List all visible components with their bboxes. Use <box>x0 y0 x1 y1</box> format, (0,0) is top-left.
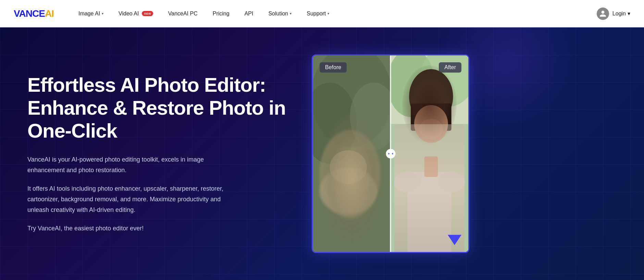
avatar-icon[interactable] <box>597 8 609 20</box>
logo-ai: AI <box>45 8 54 19</box>
divider-handle <box>386 149 395 158</box>
after-image-svg <box>391 55 468 252</box>
nav-item-pricing[interactable]: Pricing <box>205 0 237 27</box>
svg-point-12 <box>409 69 453 124</box>
nav-links: Image AI ▾ Video AI new VanceAI PC Prici… <box>71 0 597 27</box>
nav-label-image-ai: Image AI <box>78 11 100 17</box>
hero-title: Effortless AI Photo Editor: Enhance & Re… <box>27 74 288 142</box>
nav-label-solution: Solution <box>268 11 288 17</box>
divider-line <box>390 55 391 252</box>
svg-marker-21 <box>392 153 393 155</box>
new-badge: new <box>142 11 153 16</box>
before-after-inner: Before After <box>313 55 468 252</box>
nav-item-image-ai[interactable]: Image AI ▾ <box>71 0 111 27</box>
svg-rect-16 <box>407 172 451 252</box>
before-image-svg <box>313 55 391 252</box>
svg-point-19 <box>438 172 465 192</box>
chevron-down-icon: ▾ <box>102 12 103 15</box>
svg-point-15 <box>419 119 443 139</box>
svg-point-18 <box>394 172 421 192</box>
handle-icon <box>388 151 393 156</box>
hero-content: Effortless AI Photo Editor: Enhance & Re… <box>0 27 308 280</box>
hero-tagline: Try VanceAI, the easiest photo editor ev… <box>27 223 226 234</box>
hero-description-1: VanceAI is your AI-powered photo editing… <box>27 154 233 175</box>
chevron-down-icon-solution: ▾ <box>290 12 292 15</box>
nav-item-vanceai-pc[interactable]: VanceAI PC <box>161 0 205 27</box>
svg-point-5 <box>330 150 367 184</box>
nav-item-solution[interactable]: Solution ▾ <box>261 0 299 27</box>
after-label: After <box>439 62 461 73</box>
svg-marker-20 <box>388 153 389 155</box>
hero-section: Effortless AI Photo Editor: Enhance & Re… <box>0 27 644 280</box>
before-half <box>313 55 391 252</box>
nav-label-video-ai: Video AI <box>119 11 139 17</box>
svg-point-14 <box>414 105 448 143</box>
svg-rect-17 <box>424 156 438 177</box>
nav-label-pricing: Pricing <box>213 11 230 17</box>
svg-rect-6 <box>313 55 391 252</box>
svg-rect-13 <box>411 103 451 131</box>
arrow-decoration <box>448 235 461 245</box>
nav-label-support: Support <box>307 11 326 17</box>
nav-item-support[interactable]: Support ▾ <box>299 0 337 27</box>
logo[interactable]: VANCE AI <box>14 8 54 19</box>
hero-image-panel: Before After <box>308 27 486 280</box>
login-button[interactable]: Login ▾ <box>612 10 630 17</box>
after-half <box>391 55 468 252</box>
logo-vance: VANCE <box>14 8 45 19</box>
navbar: VANCE AI Image AI ▾ Video AI new VanceAI… <box>0 0 644 27</box>
login-label: Login <box>612 11 626 17</box>
before-label: Before <box>320 62 347 73</box>
hero-text: Effortless AI Photo Editor: Enhance & Re… <box>27 74 288 234</box>
hero-description-2: It offers AI tools including photo enhan… <box>27 183 240 215</box>
nav-label-vanceai-pc: VanceAI PC <box>168 11 198 17</box>
before-after-card: Before After <box>312 54 469 253</box>
nav-item-video-ai[interactable]: Video AI new <box>111 0 161 27</box>
chevron-down-icon-support: ▾ <box>327 12 329 15</box>
nav-item-api[interactable]: API <box>237 0 261 27</box>
nav-right: Login ▾ <box>597 8 630 20</box>
svg-point-4 <box>320 167 377 215</box>
svg-point-7 <box>320 130 381 218</box>
chevron-down-icon-login: ▾ <box>628 10 630 17</box>
nav-label-api: API <box>245 11 253 17</box>
